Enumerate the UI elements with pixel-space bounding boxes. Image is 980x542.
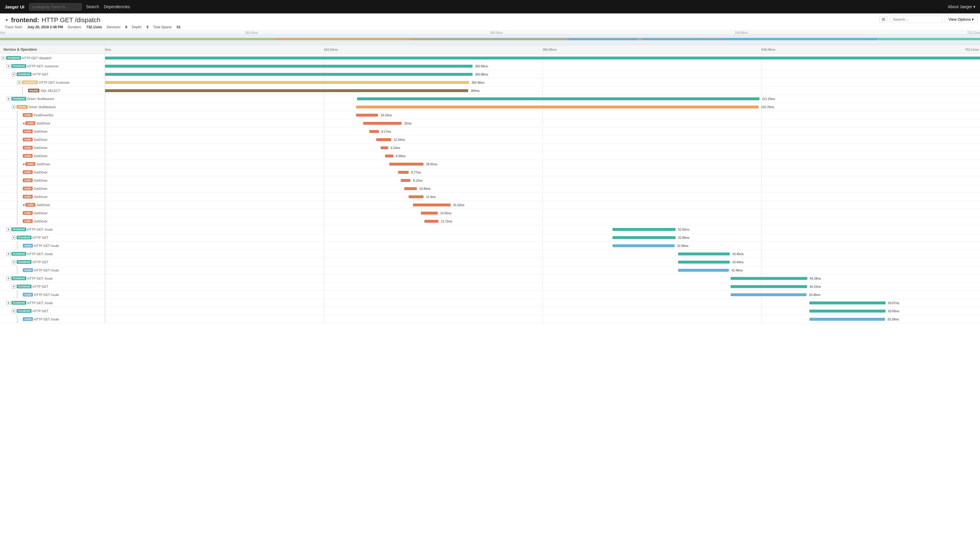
- span-bar[interactable]: [385, 154, 393, 157]
- span-timeline-col: 11.72ms: [105, 217, 980, 225]
- span-toggle[interactable]: ▾: [12, 72, 16, 76]
- span-bar[interactable]: [356, 105, 759, 108]
- span-row[interactable]: ▾frontendHTTP GET: /route43.45ms: [0, 250, 980, 258]
- span-bar[interactable]: [398, 171, 409, 174]
- span-bar[interactable]: [105, 81, 469, 84]
- span-row[interactable]: ▾frontendDriver::findNearest211.15ms: [0, 95, 980, 103]
- span-row[interactable]: redisGetDriver12.34ms: [0, 135, 980, 144]
- span-bar[interactable]: [810, 302, 886, 304]
- svg-rect-7: [0, 34, 980, 45]
- span-toggle[interactable]: ▾: [6, 252, 11, 256]
- span-row[interactable]: ▾frontendHTTP GET305.88ms: [0, 70, 980, 78]
- span-bar[interactable]: [612, 236, 676, 239]
- span-row[interactable]: routeHTTP GET /route52.08ms: [0, 242, 980, 250]
- span-row[interactable]: ▾frontendHTTP GET63.65ms: [0, 307, 980, 315]
- span-toggle[interactable]: ▾: [1, 56, 5, 60]
- span-row[interactable]: ▾frontendHTTP GET /dispatch: [0, 54, 980, 62]
- cmd-icon[interactable]: ⌘: [880, 16, 888, 23]
- span-row[interactable]: ▾frontendHTTP GET: /route64.18ms: [0, 274, 980, 283]
- trace-collapse-chevron[interactable]: ▼: [5, 18, 9, 22]
- span-toggle[interactable]: ▾: [12, 105, 16, 109]
- span-toggle[interactable]: ▾: [12, 260, 16, 264]
- span-row[interactable]: ▾frontendHTTP GET: /route63.67ms: [0, 299, 980, 307]
- span-row[interactable]: ▾frontendHTTP GET: /customer305.89ms: [0, 62, 980, 70]
- span-bar[interactable]: [381, 146, 388, 149]
- span-toggle[interactable]: ▾: [6, 277, 11, 280]
- span-row[interactable]: routeHTTP GET /route63.48ms: [0, 291, 980, 299]
- span-row[interactable]: ▾frontendHTTP GET52.89ms: [0, 234, 980, 242]
- span-row[interactable]: ●redisGetDriver31.63ms: [0, 201, 980, 209]
- span-row[interactable]: routeHTTP GET /route63.39ms: [0, 315, 980, 323]
- span-row[interactable]: redisGetDriver6.24ms: [0, 144, 980, 152]
- span-bar[interactable]: [105, 73, 473, 76]
- span-bar[interactable]: [105, 65, 473, 68]
- span-bar[interactable]: [105, 89, 468, 92]
- span-toggle[interactable]: ▾: [6, 64, 11, 68]
- timeline-divider: [542, 226, 543, 233]
- span-duration-label: 6.24ms: [391, 146, 401, 149]
- span-row[interactable]: redisGetDriver10.49ms: [0, 184, 980, 193]
- span-service-col: ▾frontendHTTP GET: [0, 258, 105, 266]
- span-row[interactable]: redisGetDriver11.72ms: [0, 217, 980, 226]
- span-row[interactable]: ▾frontendHTTP GET: /route52.92ms: [0, 226, 980, 234]
- span-toggle[interactable]: ▾: [12, 285, 16, 289]
- span-bar[interactable]: [678, 269, 729, 272]
- span-bar[interactable]: [731, 293, 807, 296]
- span-bar[interactable]: [731, 285, 807, 288]
- lookup-trace-input[interactable]: [29, 3, 82, 11]
- span-duration-label: 31.63ms: [453, 203, 465, 207]
- span-bar[interactable]: [409, 196, 423, 198]
- operation-label: HTTP GET: /route: [27, 228, 53, 231]
- span-bar[interactable]: [612, 244, 675, 247]
- span-bar[interactable]: [678, 261, 730, 264]
- span-row[interactable]: ▾customerHTTP GET /customer304.48ms: [0, 78, 980, 87]
- span-row[interactable]: mysqlSQL SELECT304ms: [0, 87, 980, 95]
- span-toggle[interactable]: ▾: [12, 309, 16, 313]
- span-bar[interactable]: [357, 97, 759, 100]
- span-bar[interactable]: [105, 57, 980, 59]
- nav-about[interactable]: About Jaeger ▾: [948, 4, 975, 9]
- nav-search-link[interactable]: Search: [86, 4, 99, 9]
- span-bar[interactable]: [401, 179, 410, 182]
- span-toggle[interactable]: ▾: [17, 81, 21, 84]
- span-bar[interactable]: [421, 212, 438, 215]
- span-row[interactable]: redisGetDriver6.99ms: [0, 152, 980, 160]
- timeline-divider: [542, 168, 543, 176]
- trace-search-input[interactable]: [890, 16, 942, 23]
- span-bar[interactable]: [369, 130, 379, 133]
- timeline-divider: [105, 127, 105, 135]
- span-row[interactable]: redisFindDriverIDs18.23ms: [0, 111, 980, 119]
- span-bar[interactable]: [376, 138, 391, 141]
- span-bar[interactable]: [810, 310, 886, 313]
- span-toggle[interactable]: ▾: [6, 227, 11, 232]
- span-bar[interactable]: [425, 220, 438, 223]
- span-row[interactable]: redisGetDriver14.02ms: [0, 209, 980, 217]
- span-bar[interactable]: [356, 114, 378, 117]
- span-row[interactable]: ●redisGetDriver32ms: [0, 119, 980, 127]
- span-row[interactable]: ▾frontendHTTP GET43.44ms: [0, 258, 980, 266]
- span-bar[interactable]: [612, 228, 676, 231]
- span-row[interactable]: routeHTTP GET /route42.48ms: [0, 266, 980, 274]
- span-row[interactable]: redisGetDriver8.77ms: [0, 168, 980, 176]
- view-options-button[interactable]: View Options ▾: [945, 16, 978, 23]
- span-row[interactable]: redisGetDriver12.4ms: [0, 193, 980, 201]
- span-row[interactable]: ▾frontendHTTP GET64.15ms: [0, 283, 980, 291]
- span-bar[interactable]: [810, 318, 885, 321]
- nav-dependencies-link[interactable]: Dependencies: [104, 4, 130, 9]
- span-row[interactable]: redisGetDriver8.12ms: [0, 176, 980, 184]
- timeline-divider: [542, 70, 543, 78]
- span-toggle[interactable]: ▾: [12, 235, 16, 240]
- span-row[interactable]: ▾driverDriver::findNearest210.78ms: [0, 103, 980, 111]
- span-bar[interactable]: [404, 187, 417, 190]
- service-badge: mysql: [28, 89, 40, 92]
- span-bar[interactable]: [413, 203, 450, 207]
- span-row[interactable]: ●redisGetDriver28.81ms: [0, 160, 980, 168]
- span-bar[interactable]: [678, 253, 730, 255]
- service-badge: redis: [23, 170, 33, 174]
- span-bar[interactable]: [390, 163, 423, 165]
- span-toggle[interactable]: ▾: [6, 97, 11, 101]
- span-toggle[interactable]: ▾: [6, 301, 11, 305]
- span-bar[interactable]: [363, 122, 402, 125]
- span-bar[interactable]: [731, 277, 807, 280]
- span-row[interactable]: redisGetDriver8.17ms: [0, 127, 980, 135]
